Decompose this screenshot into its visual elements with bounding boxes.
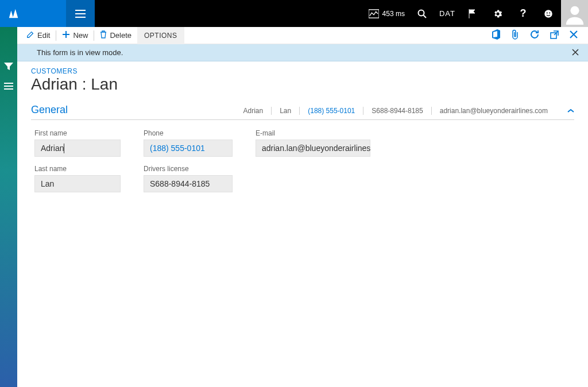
flag-button[interactable]	[460, 0, 485, 27]
email-label: E-mail	[256, 129, 370, 137]
text-caret	[64, 144, 64, 153]
separator	[271, 107, 272, 115]
last-name-input[interactable]: Lan	[34, 175, 121, 192]
last-name-value: Lan	[41, 179, 54, 188]
summary-last: Lan	[280, 107, 291, 115]
office-icon[interactable]	[492, 29, 501, 41]
perf-indicator[interactable]: 453 ms	[364, 0, 409, 27]
info-bar: This form is in view mode.	[17, 44, 588, 61]
new-label: New	[73, 31, 88, 40]
perf-text: 453 ms	[382, 10, 405, 18]
filter-icon[interactable]	[4, 63, 13, 72]
trash-icon	[100, 30, 107, 40]
phone-input[interactable]: (188) 555-0101	[144, 140, 233, 157]
separator	[363, 107, 363, 115]
svg-rect-10	[4, 83, 13, 84]
separator	[431, 107, 432, 115]
svg-line-5	[423, 15, 426, 18]
new-button[interactable]: New	[56, 27, 94, 44]
svg-point-9	[570, 6, 579, 14]
action-bar: Edit New Delete OPTIONS	[17, 27, 588, 44]
summary-first: Adrian	[243, 107, 264, 115]
svg-rect-11	[4, 86, 13, 87]
info-message: This form is in view mode.	[37, 48, 123, 57]
section-header: General Adrian Lan (188) 555-0101 S688-8…	[31, 104, 574, 120]
phone-field: Phone (188) 555-0101	[144, 129, 233, 157]
svg-point-6	[544, 10, 552, 18]
email-value: adrian.lan@blueyonderairlines	[262, 144, 370, 153]
popout-icon[interactable]	[550, 30, 559, 41]
first-name-value: Adrian	[41, 144, 64, 153]
plus-icon	[62, 30, 70, 40]
svg-rect-0	[75, 10, 86, 11]
pencil-icon	[26, 30, 34, 40]
settings-button[interactable]	[485, 0, 510, 27]
separator	[299, 107, 300, 115]
action-bar-right	[492, 29, 585, 41]
feedback-button[interactable]	[536, 0, 561, 27]
page-title: Adrian : Lan	[31, 75, 574, 94]
delete-button[interactable]: Delete	[94, 27, 137, 44]
first-name-input[interactable]: Adrian	[34, 140, 121, 157]
svg-rect-1	[75, 13, 86, 14]
form-grid: First name Adrian Last name Lan P	[31, 129, 574, 192]
refresh-icon[interactable]	[529, 29, 540, 41]
last-name-label: Last name	[34, 165, 121, 173]
last-name-field: Last name Lan	[34, 165, 121, 192]
help-button[interactable]: ?	[510, 0, 536, 27]
svg-point-8	[549, 12, 550, 13]
top-bar-brand-area	[0, 0, 95, 27]
summary-license: S688-8944-8185	[372, 107, 423, 115]
nav-menu-button[interactable]	[66, 0, 95, 27]
top-bar: 453 ms DAT ?	[0, 0, 588, 27]
nav-rail	[0, 27, 17, 387]
form-col-1: First name Adrian Last name Lan	[34, 129, 121, 192]
attach-icon[interactable]	[511, 29, 519, 41]
svg-rect-12	[4, 88, 13, 90]
section-title[interactable]: General	[31, 104, 68, 116]
form-col-3: E-mail adrian.lan@blueyonderairlines	[256, 129, 370, 192]
phone-value: (188) 555-0101	[150, 144, 205, 153]
svg-rect-2	[75, 17, 86, 18]
edit-button[interactable]: Edit	[21, 27, 56, 44]
close-pane-button[interactable]	[570, 30, 578, 41]
license-field: Drivers license S688-8944-8185	[144, 165, 233, 192]
info-close-button[interactable]	[572, 48, 579, 58]
page-content: CUSTOMERS Adrian : Lan General Adrian La…	[17, 61, 588, 387]
list-icon[interactable]	[4, 83, 13, 91]
header-summary: Adrian Lan (188) 555-0101 S688-8944-8185…	[243, 107, 575, 115]
edit-label: Edit	[37, 31, 50, 40]
first-name-label: First name	[34, 129, 121, 137]
email-input[interactable]: adrian.lan@blueyonderairlines	[256, 140, 370, 157]
app-logo[interactable]	[0, 0, 28, 27]
summary-phone[interactable]: (188) 555-0101	[308, 107, 355, 115]
collapse-section-button[interactable]	[567, 107, 574, 115]
main-area: Edit New Delete OPTIONS	[17, 27, 588, 387]
license-label: Drivers license	[144, 165, 233, 173]
summary-email: adrian.lan@blueyonderairlines.com	[440, 107, 548, 115]
svg-point-7	[547, 12, 548, 13]
options-button[interactable]: OPTIONS	[137, 27, 184, 44]
delete-label: Delete	[110, 31, 131, 40]
first-name-field: First name Adrian	[34, 129, 121, 157]
license-input[interactable]: S688-8944-8185	[144, 175, 233, 192]
company-selector[interactable]: DAT	[435, 0, 460, 27]
email-field: E-mail adrian.lan@blueyonderairlines	[256, 129, 370, 157]
user-avatar[interactable]	[561, 0, 588, 27]
top-bar-right: 453 ms DAT ?	[95, 0, 588, 27]
form-col-2: Phone (188) 555-0101 Drivers license S68…	[144, 129, 233, 192]
phone-label: Phone	[144, 129, 233, 137]
breadcrumb[interactable]: CUSTOMERS	[31, 67, 574, 75]
license-value: S688-8944-8185	[150, 179, 210, 188]
search-button[interactable]	[409, 0, 435, 27]
svg-point-4	[418, 10, 424, 16]
